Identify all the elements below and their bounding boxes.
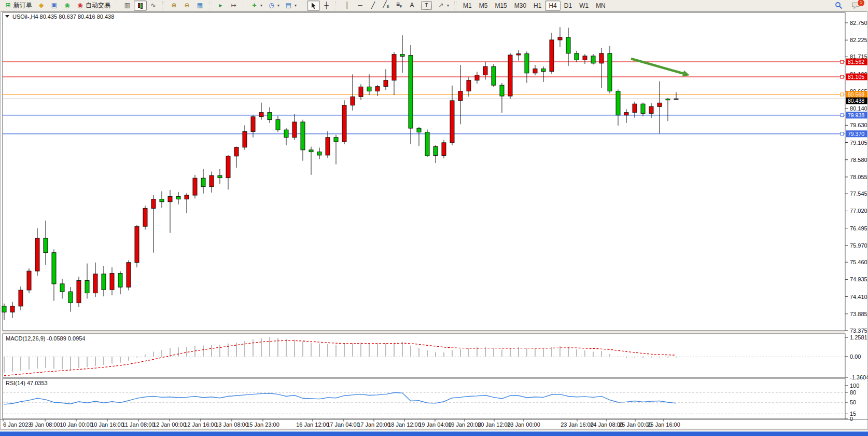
tile-windows-button[interactable]: ▦ bbox=[193, 1, 206, 11]
time-tick-label: 19 Jan 04:00 bbox=[418, 421, 452, 428]
line-chart-button[interactable]: ∿ bbox=[147, 1, 160, 11]
label-button[interactable]: T bbox=[418, 1, 435, 11]
vertical-line-button[interactable]: │ bbox=[341, 1, 354, 11]
candle-body bbox=[19, 290, 23, 306]
time-tick-label: 20 Jan 12:00 bbox=[478, 421, 511, 428]
tf-m1-button-label: M1 bbox=[463, 2, 472, 9]
auto-scroll-button[interactable]: ▸ bbox=[214, 1, 227, 11]
indicators-button[interactable]: +▾ bbox=[248, 1, 265, 11]
rsi-pane[interactable] bbox=[3, 378, 845, 419]
vline-icon: │ bbox=[343, 2, 351, 9]
macd-pane[interactable] bbox=[3, 334, 845, 377]
zoom-in-button[interactable]: ⊕ bbox=[167, 1, 180, 11]
price-badge-81.562: 81.562 bbox=[846, 59, 867, 65]
tf-h1-button[interactable]: H1 bbox=[530, 1, 545, 11]
chart-canvas[interactable]: USOil-,H4 80.435 80.637 80.416 80.43882.… bbox=[0, 0, 868, 436]
candlestick-button[interactable] bbox=[134, 1, 147, 11]
macd-tick-label: 1.2581 bbox=[850, 334, 867, 340]
candle-body bbox=[367, 87, 371, 91]
templates-button[interactable]: ▤▾ bbox=[282, 1, 299, 11]
candle-body bbox=[44, 238, 48, 253]
tf-m15-button[interactable]: M15 bbox=[491, 1, 510, 11]
search-button[interactable] bbox=[832, 1, 845, 11]
market-watch-button[interactable]: ◆ bbox=[35, 1, 48, 11]
time-tick-label: 17 Jan 20:00 bbox=[357, 421, 390, 428]
price-tick-label: 80.140 bbox=[850, 105, 867, 112]
candle-body bbox=[284, 130, 288, 138]
auto-trading-button[interactable]: ◉自动交易 bbox=[74, 1, 113, 11]
crosshair-button[interactable]: ┼ bbox=[320, 1, 333, 11]
price-tick-label: 79.105 bbox=[850, 140, 867, 146]
zoom-out-button[interactable]: ⊖ bbox=[180, 1, 193, 11]
candle-body bbox=[342, 105, 346, 142]
candle-body bbox=[127, 263, 131, 287]
candle-body bbox=[160, 199, 164, 202]
price-tick-label: 77.545 bbox=[850, 190, 867, 197]
candle-body bbox=[575, 53, 579, 60]
line-handle[interactable] bbox=[841, 132, 844, 135]
price-badge-80.568: 80.568 bbox=[846, 91, 867, 98]
candle-body bbox=[375, 87, 380, 91]
terminal-button[interactable]: ▣ bbox=[48, 1, 61, 11]
monitor-icon: ▣ bbox=[50, 2, 58, 9]
candle-body bbox=[268, 113, 272, 120]
bar-chart-icon: ▥ bbox=[123, 2, 131, 9]
trendline-icon: ╱ bbox=[369, 2, 377, 9]
candle-body bbox=[633, 104, 637, 112]
line-handle[interactable] bbox=[841, 60, 844, 63]
chart-shift-button[interactable]: ↦ bbox=[227, 1, 240, 11]
line-handle[interactable] bbox=[841, 93, 844, 96]
tf-m5-button[interactable]: M5 bbox=[475, 1, 492, 11]
toolbar-group-insert: +▾◷▾▤▾ bbox=[248, 1, 299, 11]
tf-w1-button[interactable]: W1 bbox=[576, 1, 592, 11]
price-badge-79.370: 79.370 bbox=[846, 130, 867, 137]
candle-body bbox=[533, 69, 537, 73]
toolbar-right: 1 bbox=[832, 1, 866, 11]
tf-mn-button[interactable]: MN bbox=[592, 1, 609, 11]
channel-button[interactable]: ╱E bbox=[380, 1, 393, 11]
time-tick-label: 16 Jan 12:00 bbox=[296, 421, 329, 428]
cursor-button[interactable] bbox=[307, 1, 320, 11]
price-tick-label: 74.935 bbox=[850, 276, 867, 282]
line-handle[interactable] bbox=[841, 114, 844, 117]
notifications-button[interactable]: 1 bbox=[849, 1, 862, 11]
text-button[interactable]: A bbox=[405, 1, 418, 11]
macd-tick-label: -1.3604 bbox=[850, 374, 868, 380]
trendline-button[interactable]: ╱ bbox=[367, 1, 380, 11]
candle-body bbox=[193, 178, 197, 195]
candle-body bbox=[68, 292, 73, 303]
periods-icon: ◷ bbox=[268, 2, 275, 9]
candle-body bbox=[483, 66, 487, 75]
arrows-button[interactable]: ↗▾ bbox=[435, 1, 452, 11]
line-handle[interactable] bbox=[841, 75, 844, 78]
candle-body bbox=[27, 271, 31, 290]
tf-m30-button[interactable]: M30 bbox=[511, 1, 530, 11]
tf-h4-button[interactable]: H4 bbox=[545, 1, 560, 11]
rsi-tick-label: 100 bbox=[850, 383, 859, 389]
candle-body bbox=[400, 55, 404, 57]
symbol-title[interactable]: USOil-,H4 80.435 80.637 80.416 80.438 bbox=[5, 13, 114, 20]
candle-body bbox=[209, 175, 214, 187]
bar-chart-button[interactable]: ▥ bbox=[121, 1, 134, 11]
fibonacci-button[interactable]: ≡F bbox=[393, 1, 405, 11]
signals-button[interactable]: ◉ bbox=[61, 1, 74, 11]
price-tick-label: 82.750 bbox=[850, 20, 867, 26]
auto-trading-icon: ◉ bbox=[76, 2, 84, 9]
tf-m1-button[interactable]: M1 bbox=[459, 1, 475, 11]
horizontal-line-button[interactable]: ─ bbox=[354, 1, 367, 11]
shift-icon: ↦ bbox=[230, 2, 237, 9]
tf-d1-button[interactable]: D1 bbox=[561, 1, 576, 11]
candle-body bbox=[35, 238, 39, 271]
toolbar-separator bbox=[243, 2, 245, 9]
rsi-tick-label: 80 bbox=[850, 389, 856, 396]
time-tick-label: 12 Jan 16:00 bbox=[184, 421, 217, 428]
periods-button[interactable]: ◷▾ bbox=[265, 1, 282, 11]
candle-body bbox=[85, 281, 89, 293]
candle-body bbox=[384, 80, 388, 87]
tf-w1-button-label: W1 bbox=[579, 2, 589, 9]
candle-body bbox=[77, 281, 81, 303]
toolbar-group-scroll: ▸↦ bbox=[214, 1, 240, 11]
pane-splitter[interactable] bbox=[3, 331, 845, 333]
price-tick-label: 73.375 bbox=[850, 328, 867, 334]
new-order-button[interactable]: ⊞新订单 bbox=[2, 1, 35, 11]
